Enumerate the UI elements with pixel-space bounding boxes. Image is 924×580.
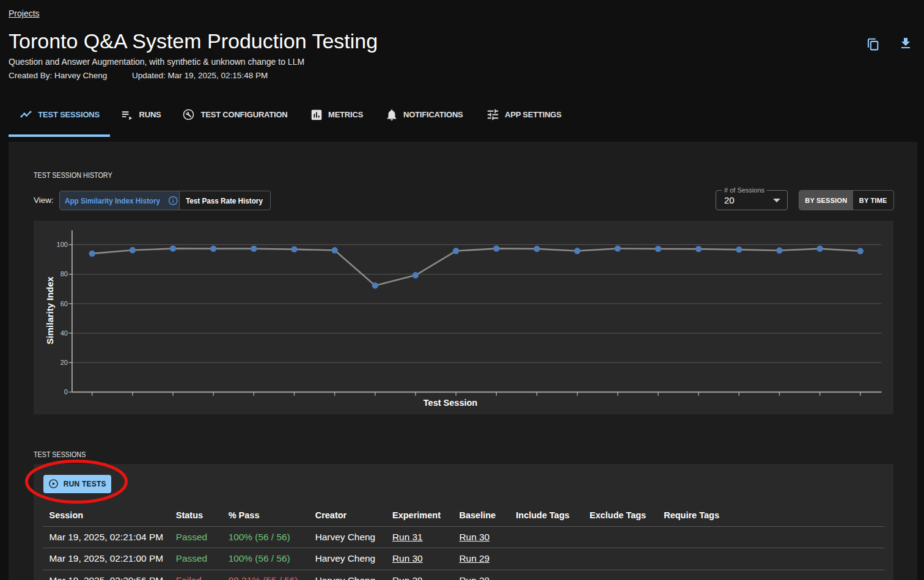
svg-text:0: 0 [64, 388, 68, 395]
svg-text:80: 80 [61, 270, 68, 277]
svg-text:40: 40 [61, 329, 68, 337]
svg-text:Similarity Index: Similarity Index [45, 276, 55, 345]
svg-text:20: 20 [61, 359, 68, 366]
svg-text:Test Session: Test Session [424, 398, 477, 408]
svg-text:60: 60 [61, 300, 68, 307]
svg-text:100: 100 [57, 241, 68, 248]
